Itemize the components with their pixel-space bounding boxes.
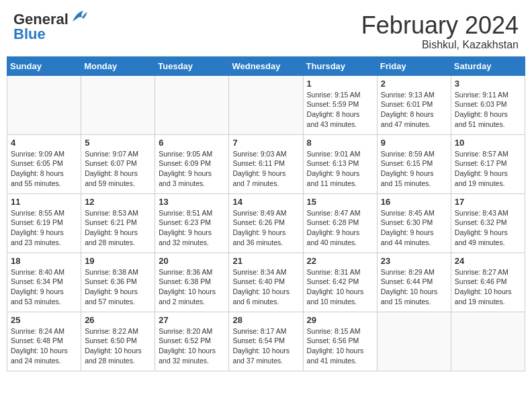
calendar-cell-w3-d3: 13Sunrise: 8:51 AM Sunset: 6:23 PM Dayli… — [155, 193, 229, 253]
day-number: 23 — [381, 256, 447, 266]
day-number: 18 — [11, 256, 77, 266]
day-number: 1 — [307, 79, 373, 89]
calendar-cell-w2-d7: 10Sunrise: 8:57 AM Sunset: 6:17 PM Dayli… — [451, 134, 525, 193]
col-monday: Monday — [81, 56, 155, 75]
day-number: 20 — [159, 256, 225, 266]
calendar-cell-w1-d7: 3Sunrise: 9:11 AM Sunset: 6:03 PM Daylig… — [451, 75, 525, 134]
calendar-cell-w5-d5: 29Sunrise: 8:15 AM Sunset: 6:56 PM Dayli… — [303, 312, 377, 371]
calendar-cell-w5-d7 — [451, 312, 525, 371]
week-row-3: 11Sunrise: 8:55 AM Sunset: 6:19 PM Dayli… — [7, 193, 525, 253]
day-number: 24 — [455, 256, 521, 266]
day-number: 4 — [11, 138, 77, 148]
day-info: Sunrise: 8:49 AM Sunset: 6:26 PM Dayligh… — [232, 208, 299, 248]
header-row: Sunday Monday Tuesday Wednesday Thursday… — [7, 56, 525, 75]
week-row-1: 1Sunrise: 9:15 AM Sunset: 5:59 PM Daylig… — [7, 75, 525, 134]
day-info: Sunrise: 8:47 AM Sunset: 6:28 PM Dayligh… — [307, 208, 373, 248]
day-number: 26 — [85, 315, 151, 325]
week-row-5: 25Sunrise: 8:24 AM Sunset: 6:48 PM Dayli… — [7, 312, 525, 371]
day-info: Sunrise: 8:22 AM Sunset: 6:50 PM Dayligh… — [85, 326, 151, 366]
day-info: Sunrise: 8:15 AM Sunset: 6:56 PM Dayligh… — [307, 326, 373, 366]
day-number: 14 — [232, 197, 299, 207]
day-info: Sunrise: 9:05 AM Sunset: 6:09 PM Dayligh… — [159, 149, 225, 189]
calendar-body: 1Sunrise: 9:15 AM Sunset: 5:59 PM Daylig… — [7, 75, 525, 371]
calendar-cell-w4-d7: 24Sunrise: 8:27 AM Sunset: 6:46 PM Dayli… — [451, 253, 525, 312]
calendar-cell-w1-d3 — [155, 75, 229, 134]
day-number: 28 — [232, 315, 299, 325]
day-info: Sunrise: 9:09 AM Sunset: 6:05 PM Dayligh… — [11, 149, 77, 189]
calendar-cell-w3-d1: 11Sunrise: 8:55 AM Sunset: 6:19 PM Dayli… — [7, 193, 81, 253]
day-number: 29 — [307, 315, 373, 325]
calendar-title: February 2024 — [361, 12, 519, 39]
calendar-cell-w5-d6 — [377, 312, 451, 371]
day-number: 3 — [455, 79, 521, 89]
logo-blue-text: Blue — [13, 27, 89, 42]
day-number: 27 — [159, 315, 225, 325]
calendar-header: Sunday Monday Tuesday Wednesday Thursday… — [7, 56, 525, 75]
day-info: Sunrise: 8:17 AM Sunset: 6:54 PM Dayligh… — [232, 326, 299, 366]
title-area: February 2024 Bishkul, Kazakhstan — [361, 12, 519, 51]
day-number: 8 — [307, 138, 373, 148]
col-tuesday: Tuesday — [155, 56, 229, 75]
day-info: Sunrise: 8:36 AM Sunset: 6:38 PM Dayligh… — [159, 267, 225, 307]
day-number: 6 — [159, 138, 225, 148]
day-info: Sunrise: 8:31 AM Sunset: 6:42 PM Dayligh… — [307, 267, 373, 307]
calendar-cell-w3-d6: 16Sunrise: 8:45 AM Sunset: 6:30 PM Dayli… — [377, 193, 451, 253]
day-number: 22 — [307, 256, 373, 266]
day-number: 2 — [381, 79, 447, 89]
day-number: 13 — [159, 197, 225, 207]
calendar-cell-w2-d4: 7Sunrise: 9:03 AM Sunset: 6:11 PM Daylig… — [229, 134, 303, 193]
col-saturday: Saturday — [451, 56, 525, 75]
day-number: 15 — [307, 197, 373, 207]
day-number: 5 — [85, 138, 151, 148]
day-info: Sunrise: 8:29 AM Sunset: 6:44 PM Dayligh… — [381, 267, 447, 307]
day-info: Sunrise: 8:34 AM Sunset: 6:40 PM Dayligh… — [232, 267, 299, 307]
col-friday: Friday — [377, 56, 451, 75]
calendar-cell-w3-d4: 14Sunrise: 8:49 AM Sunset: 6:26 PM Dayli… — [229, 193, 303, 253]
calendar-cell-w1-d6: 2Sunrise: 9:13 AM Sunset: 6:01 PM Daylig… — [377, 75, 451, 134]
calendar-cell-w4-d2: 19Sunrise: 8:38 AM Sunset: 6:36 PM Dayli… — [81, 253, 155, 312]
day-info: Sunrise: 9:03 AM Sunset: 6:11 PM Dayligh… — [232, 149, 299, 189]
calendar-table: Sunday Monday Tuesday Wednesday Thursday… — [7, 56, 525, 371]
calendar-cell-w2-d1: 4Sunrise: 9:09 AM Sunset: 6:05 PM Daylig… — [7, 134, 81, 193]
day-number: 17 — [455, 197, 521, 207]
calendar-cell-w3-d2: 12Sunrise: 8:53 AM Sunset: 6:21 PM Dayli… — [81, 193, 155, 253]
day-number: 11 — [11, 197, 77, 207]
week-row-2: 4Sunrise: 9:09 AM Sunset: 6:05 PM Daylig… — [7, 134, 525, 193]
day-info: Sunrise: 8:55 AM Sunset: 6:19 PM Dayligh… — [11, 208, 77, 248]
day-info: Sunrise: 9:13 AM Sunset: 6:01 PM Dayligh… — [381, 90, 447, 130]
col-wednesday: Wednesday — [229, 56, 303, 75]
day-info: Sunrise: 8:57 AM Sunset: 6:17 PM Dayligh… — [455, 149, 521, 189]
calendar-cell-w4-d5: 22Sunrise: 8:31 AM Sunset: 6:42 PM Dayli… — [303, 253, 377, 312]
day-info: Sunrise: 9:11 AM Sunset: 6:03 PM Dayligh… — [455, 90, 521, 130]
calendar-cell-w5-d1: 25Sunrise: 8:24 AM Sunset: 6:48 PM Dayli… — [7, 312, 81, 371]
day-info: Sunrise: 8:59 AM Sunset: 6:15 PM Dayligh… — [381, 149, 447, 189]
calendar-cell-w2-d6: 9Sunrise: 8:59 AM Sunset: 6:15 PM Daylig… — [377, 134, 451, 193]
calendar-cell-w3-d7: 17Sunrise: 8:43 AM Sunset: 6:32 PM Dayli… — [451, 193, 525, 253]
col-thursday: Thursday — [303, 56, 377, 75]
calendar-subtitle: Bishkul, Kazakhstan — [361, 39, 519, 51]
day-info: Sunrise: 9:07 AM Sunset: 6:07 PM Dayligh… — [85, 149, 151, 189]
day-number: 9 — [381, 138, 447, 148]
calendar-cell-w4-d4: 21Sunrise: 8:34 AM Sunset: 6:40 PM Dayli… — [229, 253, 303, 312]
logo: General Blue — [13, 12, 89, 42]
day-info: Sunrise: 8:24 AM Sunset: 6:48 PM Dayligh… — [11, 326, 77, 366]
calendar-wrapper: Sunday Monday Tuesday Wednesday Thursday… — [0, 56, 532, 378]
day-info: Sunrise: 8:27 AM Sunset: 6:46 PM Dayligh… — [455, 267, 521, 307]
calendar-cell-w1-d1 — [7, 75, 81, 134]
logo-bird-icon — [70, 9, 89, 24]
calendar-cell-w5-d3: 27Sunrise: 8:20 AM Sunset: 6:52 PM Dayli… — [155, 312, 229, 371]
day-number: 10 — [455, 138, 521, 148]
calendar-cell-w1-d5: 1Sunrise: 9:15 AM Sunset: 5:59 PM Daylig… — [303, 75, 377, 134]
day-number: 7 — [232, 138, 299, 148]
logo-general-text: General — [13, 12, 69, 27]
col-sunday: Sunday — [7, 56, 81, 75]
day-info: Sunrise: 9:15 AM Sunset: 5:59 PM Dayligh… — [307, 90, 373, 130]
day-info: Sunrise: 8:20 AM Sunset: 6:52 PM Dayligh… — [159, 326, 225, 366]
calendar-cell-w5-d2: 26Sunrise: 8:22 AM Sunset: 6:50 PM Dayli… — [81, 312, 155, 371]
calendar-cell-w2-d2: 5Sunrise: 9:07 AM Sunset: 6:07 PM Daylig… — [81, 134, 155, 193]
header: General Blue February 2024 Bishkul, Kaza… — [0, 0, 532, 56]
day-number: 25 — [11, 315, 77, 325]
week-row-4: 18Sunrise: 8:40 AM Sunset: 6:34 PM Dayli… — [7, 253, 525, 312]
day-number: 12 — [85, 197, 151, 207]
day-info: Sunrise: 9:01 AM Sunset: 6:13 PM Dayligh… — [307, 149, 373, 189]
